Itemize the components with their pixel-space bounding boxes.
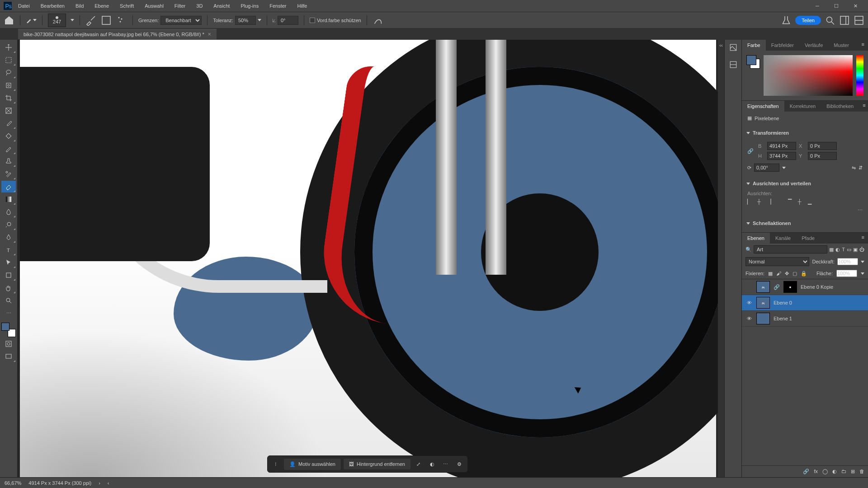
color-field[interactable] [764,55,853,96]
tab-bibliotheken[interactable]: Bibliotheken [821,101,859,112]
menu-plugins[interactable]: Plug-ins [236,1,263,10]
menu-fenster[interactable]: Fenster [265,1,291,10]
filter-smart-icon[interactable]: ▣ [853,247,858,253]
filter-pixel-icon[interactable]: ▦ [829,247,834,253]
window-maximize-icon[interactable]: ☐ [827,0,845,11]
zoom-level[interactable]: 66,67% [5,480,21,486]
quick-actions-header[interactable]: Schnellaktionen [753,221,791,226]
visibility-toggle[interactable]: 👁 [745,315,753,322]
stamp-tool[interactable] [1,155,16,167]
crop-tool[interactable] [1,92,16,104]
window-minimize-icon[interactable]: ─ [808,0,826,11]
close-tab-icon[interactable]: × [208,31,211,38]
panel-collapse-strip[interactable]: ‹‹ [718,40,724,477]
shape-tool[interactable] [1,269,16,281]
filter-shape-icon[interactable]: ▭ [847,247,851,253]
fg-bg-colors[interactable] [1,323,16,337]
menu-schrift[interactable]: Schrift [115,1,138,10]
menu-auswahl[interactable]: Auswahl [140,1,168,10]
properties-icon[interactable]: ⚙ [453,458,466,470]
path-select-tool[interactable] [1,257,16,268]
layer-row[interactable]: 👁 Ebene 1 [742,311,868,327]
transform-icon[interactable]: ⤢ [412,458,425,470]
panel-icon-1[interactable] [729,43,737,52]
workspace-menu-icon[interactable] [854,15,864,26]
delete-icon[interactable]: 🗑 [859,469,864,474]
align-bottom-icon[interactable]: ▁ [808,199,811,205]
lock-all-icon[interactable]: 🔒 [801,271,807,277]
quickmask-icon[interactable] [1,338,16,350]
select-subject-button[interactable]: 👤Motiv auswählen [284,459,341,470]
protect-fg-checkbox[interactable] [310,18,315,23]
menu-bearbeiten[interactable]: Bearbeiten [36,1,69,10]
eyedropper-tool[interactable] [1,117,16,129]
adjust-icon[interactable]: ◐ [426,458,439,470]
pen-tool[interactable] [1,231,16,243]
layer-name[interactable]: Ebene 0 Kopie [801,284,833,290]
zoom-tool[interactable] [1,295,16,306]
lock-trans-icon[interactable]: ▦ [768,271,773,277]
align-left-icon[interactable]: ▏ [747,199,751,205]
search-icon[interactable] [825,15,835,26]
workspace-icon[interactable] [839,15,850,26]
spray-icon[interactable] [116,15,127,26]
panel-menu-icon[interactable]: ≡ [858,233,868,244]
document-tab[interactable]: bike-3073082 nattapol deejitwasin auf Pi… [18,29,217,39]
brush-panel-icon[interactable] [101,15,112,26]
status-prev-icon[interactable]: ‹ [108,480,109,486]
x-input[interactable] [808,142,837,150]
filter-adjust-icon[interactable]: ◐ [835,247,840,253]
filter-toggle-icon[interactable]: ⏻ [859,247,864,252]
remove-background-button[interactable]: 🖼Hintergrund entfernen [344,459,410,469]
eraser-tool[interactable] [1,181,16,192]
align-right-icon[interactable]: ▕ [767,199,771,205]
limits-select[interactable]: Benachbart [160,16,202,25]
tolerance-input[interactable] [235,16,256,25]
menu-bild[interactable]: Bild [71,1,88,10]
blur-tool[interactable] [1,206,16,218]
visibility-toggle[interactable] [745,283,753,291]
drag-handle-icon[interactable]: ⁝ [269,458,282,470]
align-top-icon[interactable]: ▔ [788,199,792,205]
menu-datei[interactable]: Datei [14,1,34,10]
history-brush-tool[interactable] [1,168,16,180]
brush-preview[interactable]: 247 [48,14,66,27]
frame-tool[interactable] [1,105,16,117]
window-close-icon[interactable]: ✕ [846,0,864,11]
flip-h-icon[interactable]: ⇋ [852,165,856,171]
layer-name[interactable]: Ebene 1 [774,316,792,321]
visibility-toggle[interactable]: 👁 [745,299,753,306]
lock-pixel-icon[interactable]: 🖌 [776,271,781,276]
pressure-icon[interactable] [373,15,383,26]
panel-menu-icon[interactable]: ≡ [858,40,868,51]
heal-tool[interactable] [1,130,16,142]
menu-ebene[interactable]: Ebene [90,1,113,10]
tab-ebenen[interactable]: Ebenen [742,233,770,244]
more-icon[interactable]: ⋯ [439,458,452,470]
menu-3d[interactable]: 3D [192,1,207,10]
blend-mode-select[interactable]: Normal [745,257,809,266]
lock-nest-icon[interactable]: ▢ [793,271,797,277]
new-layer-icon[interactable]: ⊞ [851,469,855,474]
fx-icon[interactable]: fx [814,469,818,474]
filter-type-icon[interactable]: T [842,247,845,252]
angle-input[interactable] [278,16,298,25]
more-options-icon[interactable]: ⋯ [747,207,863,213]
type-tool[interactable]: T [1,244,16,256]
tab-muster[interactable]: Muster [828,40,854,51]
brush-tool[interactable] [1,143,16,155]
layer-filter-select[interactable] [754,245,827,253]
align-vcenter-icon[interactable]: ┼ [798,199,802,205]
group-icon[interactable]: 🗀 [841,469,846,474]
menu-ansicht[interactable]: Ansicht [209,1,234,10]
lock-pos-icon[interactable]: ✥ [785,271,789,277]
tab-verlaeufe[interactable]: Verläufe [799,40,828,51]
rotation-input[interactable] [754,164,779,172]
home-icon[interactable] [4,15,14,26]
marquee-tool[interactable] [1,54,16,66]
document-canvas[interactable] [20,40,716,477]
tab-farbfelder[interactable]: Farbfelder [766,40,799,51]
share-button[interactable]: Teilen [795,16,821,25]
hand-tool[interactable] [1,282,16,294]
tab-pfade[interactable]: Pfade [796,233,820,244]
